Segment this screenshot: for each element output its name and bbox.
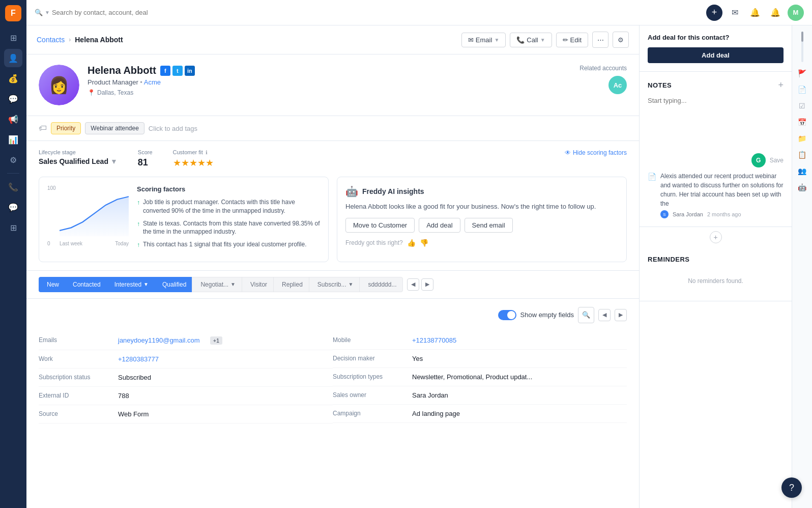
lifecycle-dropdown-icon[interactable]: ▼ [110, 157, 118, 165]
panel-people-icon[interactable]: 👥 [795, 164, 809, 178]
panel-check-icon[interactable]: ☑ [795, 99, 809, 113]
lifecycle-stage-value[interactable]: Sales Qualified Lead ▼ [39, 157, 118, 165]
tag-webinar[interactable]: Webinar attendee [85, 122, 144, 134]
account-badge[interactable]: Ac [608, 76, 627, 94]
lifecycle-stage-field: Lifecycle stage Sales Qualified Lead ▼ [39, 149, 118, 168]
work-phone-value[interactable]: +1280383777 [118, 355, 159, 363]
alerts-icon-btn[interactable]: 🔔 [767, 5, 784, 21]
nav-contacts-icon[interactable]: 👤 [4, 49, 22, 67]
twitter-icon[interactable]: t [172, 66, 183, 76]
notes-textarea[interactable] [648, 97, 784, 148]
scoring-chart: 100 0 [47, 185, 320, 253]
nav-phone-icon[interactable]: 📞 [4, 178, 22, 196]
reminders-title: REMINDERS [648, 256, 690, 263]
email-value[interactable]: janeydoey1190@gmail.com [118, 336, 200, 344]
breadcrumb-separator: › [69, 36, 71, 43]
pipeline-next-button[interactable]: ▶ [421, 278, 433, 291]
stage-custom[interactable]: sdddddd... [359, 277, 403, 292]
user-avatar[interactable]: M [788, 5, 804, 21]
stage-replied[interactable]: Replied [273, 277, 309, 292]
breadcrumb-current: Helena Abbott [75, 36, 123, 44]
stage-negotiate-dropdown[interactable]: ▼ [230, 281, 236, 287]
fields-search-button[interactable]: 🔍 [578, 307, 594, 323]
search-dropdown-icon[interactable]: ▼ [45, 10, 50, 15]
show-empty-toggle-switch[interactable] [498, 310, 516, 320]
stage-subscribed-dropdown[interactable]: ▼ [349, 281, 354, 287]
panel-robot-icon[interactable]: 🤖 [795, 180, 809, 194]
add-section-button[interactable]: + [710, 231, 722, 243]
factor-arrow-1: ↑ [137, 199, 140, 215]
help-button[interactable]: ? [781, 477, 802, 498]
nav-home-icon[interactable]: ⊞ [4, 29, 22, 47]
pipeline-stages: New Contacted Interested ▼ Qualified [39, 277, 403, 292]
show-empty-label: Show empty fields [520, 311, 574, 319]
source-value: Web Form [118, 410, 149, 418]
stage-qualified[interactable]: Qualified [154, 277, 192, 292]
nav-chat-icon[interactable]: 💬 [4, 198, 22, 216]
panel-calendar-icon[interactable]: 📅 [795, 115, 809, 129]
add-deal-button[interactable]: Add deal [419, 218, 460, 233]
contact-name: Helena Abbott [88, 65, 156, 76]
edit-button[interactable]: ✏ Edit [556, 33, 588, 47]
stage-negotiate[interactable]: Negotiat... ▼ [192, 277, 242, 292]
hide-scoring-link[interactable]: 👁 Hide scoring factors [565, 149, 627, 156]
mobile-value[interactable]: +12138770085 [412, 336, 456, 344]
nav-campaigns-icon[interactable]: 📢 [4, 110, 22, 128]
fields-next-button[interactable]: ▶ [615, 309, 627, 321]
email-button[interactable]: ✉ Email ▼ [461, 33, 506, 47]
thumbs-down-icon[interactable]: 👎 [420, 239, 428, 247]
stage-new[interactable]: New [39, 277, 65, 292]
field-campaign: Campaign Ad landing page [333, 405, 627, 423]
panel-flag-icon[interactable]: 🚩 [795, 66, 809, 80]
freddy-feedback: Freddy got this right? 👍 👎 [345, 239, 618, 247]
note-meta: S Sara Jordan 2 months ago [660, 210, 784, 218]
stage-subscribed[interactable]: Subscrib... ▼ [309, 277, 360, 292]
field-subscription-status: Subscription status Subscribed [39, 369, 333, 387]
contact-view: Contacts › Helena Abbott ✉ Email ▼ 📞 Cal… [26, 25, 639, 508]
stage-visitor[interactable]: Visitor [242, 277, 274, 292]
facebook-icon[interactable]: f [160, 66, 170, 76]
nav-reports-icon[interactable]: 📊 [4, 130, 22, 149]
app-logo: F [5, 5, 21, 21]
thumbs-up-icon[interactable]: 👍 [407, 239, 416, 247]
panel-doc-icon[interactable]: 📄 [795, 82, 809, 97]
stage-interested-dropdown[interactable]: ▼ [143, 281, 149, 287]
nav-deals-icon[interactable]: 💰 [4, 69, 22, 88]
tag-priority[interactable]: Priority [51, 122, 81, 134]
tag-add[interactable]: Click to add tags [149, 125, 197, 132]
stage-contacted[interactable]: Contacted [65, 277, 107, 292]
notes-save-link[interactable]: Save [770, 157, 784, 164]
search-input[interactable] [52, 9, 154, 16]
notes-ai-icon[interactable]: G [751, 153, 766, 167]
nav-settings-icon[interactable]: ⚙ [4, 151, 22, 169]
pipeline-prev-button[interactable]: ◀ [407, 278, 419, 291]
nav-conversations-icon[interactable]: 💬 [4, 90, 22, 108]
email-icon-btn[interactable]: ✉ [727, 5, 743, 21]
lifecycle-section: Lifecycle stage Sales Qualified Lead ▼ S… [26, 141, 639, 271]
nav-apps-icon[interactable]: ⊞ [4, 218, 22, 237]
more-options-button[interactable]: ⋯ [592, 32, 608, 48]
stage-interested[interactable]: Interested ▼ [106, 277, 155, 292]
add-button[interactable]: + [706, 5, 722, 21]
linkedin-icon[interactable]: in [185, 66, 195, 76]
score-chart-svg [60, 185, 129, 236]
notifications-icon-btn[interactable]: 🔔 [747, 5, 763, 21]
note-item-1: 📄 Alexis attended our recent product web… [648, 172, 784, 218]
add-deal-panel-button[interactable]: Add deal [648, 47, 784, 63]
contact-avatar: 👩 [39, 65, 79, 105]
move-to-customer-button[interactable]: Move to Customer [345, 218, 415, 233]
company-link[interactable]: Acme [144, 78, 161, 86]
notes-add-icon[interactable]: + [778, 80, 784, 91]
breadcrumb-parent[interactable]: Contacts [37, 36, 65, 44]
call-button[interactable]: 📞 Call ▼ [510, 33, 552, 47]
note-content-area: Alexis attended our recent product webin… [660, 172, 784, 218]
panel-copy-icon[interactable]: 📋 [795, 148, 809, 162]
add-deal-section: Add deal for this contact? Add deal [640, 25, 792, 72]
send-email-button[interactable]: Send email [465, 218, 513, 233]
note-content: Alexis attended our recent product webin… [660, 172, 784, 208]
fields-grid: Emails janeydoey1190@gmail.com +1 Work +… [39, 331, 627, 424]
panel-folder-icon[interactable]: 📁 [795, 131, 809, 146]
subscription-status-value: Subscribed [118, 374, 151, 381]
settings-button[interactable]: ⚙ [613, 32, 629, 48]
fields-prev-button[interactable]: ◀ [598, 309, 611, 321]
